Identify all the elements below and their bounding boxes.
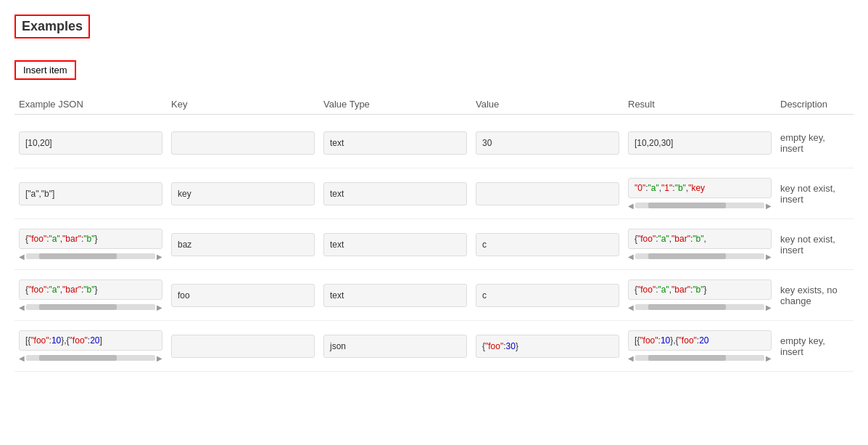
- value-type-cell: json: [319, 335, 471, 358]
- scroll-indicator[interactable]: ◀ ▶: [628, 253, 772, 261]
- scroll-track[interactable]: [635, 355, 764, 361]
- scroll-right-arrow[interactable]: ▶: [766, 303, 772, 311]
- description-cell: empty key, insert: [776, 335, 853, 357]
- scroll-thumb: [648, 203, 726, 208]
- value-type-cell: text: [319, 182, 471, 205]
- scroll-left-arrow[interactable]: ◀: [19, 253, 25, 261]
- scroll-left-arrow[interactable]: ◀: [19, 303, 25, 311]
- result-value: {"foo":"a","bar":"b",: [628, 229, 772, 249]
- result-value: {"foo":"a","bar":"b"}: [628, 279, 772, 300]
- description-cell: key not exist, insert: [776, 234, 853, 256]
- key-value[interactable]: [171, 335, 315, 358]
- description-cell: key exists, no change: [776, 285, 853, 306]
- scroll-right-arrow[interactable]: ▶: [157, 354, 162, 362]
- value-type-value: text: [323, 284, 467, 307]
- scroll-right-arrow[interactable]: ▶: [766, 354, 772, 362]
- key-cell[interactable]: key: [167, 182, 319, 205]
- header-description: Description: [776, 99, 853, 110]
- scroll-track[interactable]: [26, 355, 155, 361]
- scroll-indicator[interactable]: ◀ ▶: [628, 354, 772, 362]
- scroll-thumb: [39, 304, 117, 310]
- result-cell: "0":"a","1":"b","key ◀ ▶: [624, 178, 776, 210]
- example-json-value: {"foo":"a","bar":"b"}: [19, 229, 162, 249]
- value-cell[interactable]: 30: [471, 131, 624, 155]
- value-type-value: text: [323, 233, 467, 256]
- table-row: [10,20] text 30 [10,20,30] empty key, in…: [15, 118, 853, 168]
- key-cell[interactable]: foo: [167, 284, 319, 307]
- scroll-left-arrow[interactable]: ◀: [628, 303, 634, 311]
- result-scroll-container: {"foo":"a","bar":"b", ◀ ▶: [628, 229, 772, 261]
- result-scroll-container: [{"foo":10},{"foo":20 ◀ ▶: [628, 330, 772, 362]
- scroll-right-arrow[interactable]: ▶: [766, 202, 772, 210]
- scroll-thumb: [648, 355, 726, 361]
- description-cell: key not exist, insert: [776, 183, 853, 205]
- scroll-left-arrow[interactable]: ◀: [19, 354, 25, 362]
- scroll-track[interactable]: [26, 253, 155, 259]
- example-json-cell: [10,20]: [15, 131, 167, 155]
- example-json-value: {"foo":"a","bar":"b"}: [19, 279, 162, 300]
- value-value[interactable]: {"foo":30}: [476, 335, 619, 358]
- value-type-cell: text: [319, 233, 471, 256]
- example-json-scroll-container: {"foo":"a","bar":"b"} ◀ ▶: [19, 229, 162, 261]
- value-value[interactable]: c: [476, 284, 619, 307]
- scroll-track[interactable]: [635, 304, 764, 310]
- value-cell[interactable]: c: [471, 284, 624, 307]
- scroll-track[interactable]: [635, 253, 764, 259]
- key-cell[interactable]: baz: [167, 233, 319, 256]
- example-json-scroll-container: [{"foo":10},{"foo":20] ◀ ▶: [19, 330, 162, 362]
- scroll-track[interactable]: [26, 304, 155, 310]
- scroll-indicator[interactable]: ◀ ▶: [628, 303, 772, 311]
- example-json-value: [{"foo":10},{"foo":20]: [19, 330, 162, 351]
- result-cell: {"foo":"a","bar":"b", ◀ ▶: [624, 229, 776, 261]
- insert-item-button[interactable]: Insert item: [15, 60, 76, 80]
- scroll-thumb: [648, 304, 726, 310]
- result-cell: [{"foo":10},{"foo":20 ◀ ▶: [624, 330, 776, 362]
- scroll-left-arrow[interactable]: ◀: [628, 202, 634, 210]
- key-value[interactable]: baz: [171, 233, 315, 256]
- scroll-indicator[interactable]: ◀ ▶: [19, 253, 162, 261]
- key-value[interactable]: key: [171, 182, 315, 205]
- scroll-right-arrow[interactable]: ▶: [157, 253, 162, 261]
- scroll-right-arrow[interactable]: ▶: [766, 253, 772, 261]
- value-cell[interactable]: c: [471, 233, 624, 256]
- value-cell[interactable]: [471, 182, 624, 205]
- scroll-left-arrow[interactable]: ◀: [628, 354, 634, 362]
- example-json-cell: [{"foo":10},{"foo":20] ◀ ▶: [15, 330, 167, 362]
- key-value[interactable]: [171, 131, 315, 155]
- example-json-cell: {"foo":"a","bar":"b"} ◀ ▶: [15, 229, 167, 261]
- key-value[interactable]: foo: [171, 284, 315, 307]
- header-value-type: Value Type: [319, 99, 471, 110]
- scroll-indicator[interactable]: ◀ ▶: [19, 303, 162, 311]
- value-type-value: text: [323, 131, 467, 155]
- header-value: Value: [471, 99, 624, 110]
- value-value[interactable]: 30: [476, 131, 619, 155]
- example-json-cell: ["a","b"]: [15, 182, 167, 205]
- value-cell[interactable]: {"foo":30}: [471, 335, 624, 358]
- examples-table: Example JSON Key Value Type Value Result…: [15, 94, 853, 372]
- result-value: "0":"a","1":"b","key: [628, 178, 772, 198]
- scroll-track[interactable]: [635, 203, 764, 208]
- value-value[interactable]: c: [476, 233, 619, 256]
- table-row: {"foo":"a","bar":"b"} ◀ ▶ baz text c: [15, 219, 853, 270]
- scroll-indicator[interactable]: ◀ ▶: [19, 354, 162, 362]
- header-result: Result: [624, 99, 776, 110]
- scroll-thumb: [39, 253, 117, 259]
- value-type-value: json: [323, 335, 467, 358]
- value-type-value: text: [323, 182, 467, 205]
- result-cell: {"foo":"a","bar":"b"} ◀ ▶: [624, 279, 776, 311]
- key-cell[interactable]: [167, 131, 319, 155]
- table-header: Example JSON Key Value Type Value Result…: [15, 94, 853, 115]
- table-row: [{"foo":10},{"foo":20] ◀ ▶ json {"foo":3…: [15, 321, 853, 372]
- page-title: Examples: [15, 15, 90, 38]
- table-row: ["a","b"] key text "0":"a","1":"b","key …: [15, 168, 853, 219]
- value-type-cell: text: [319, 284, 471, 307]
- scroll-right-arrow[interactable]: ▶: [157, 303, 162, 311]
- result-value: [{"foo":10},{"foo":20: [628, 330, 772, 351]
- scroll-indicator[interactable]: ◀ ▶: [628, 202, 772, 210]
- key-cell[interactable]: [167, 335, 319, 358]
- scroll-left-arrow[interactable]: ◀: [628, 253, 634, 261]
- description-cell: empty key, insert: [776, 132, 853, 154]
- value-value[interactable]: [476, 182, 619, 205]
- example-json-cell: {"foo":"a","bar":"b"} ◀ ▶: [15, 279, 167, 311]
- scroll-thumb: [39, 355, 117, 361]
